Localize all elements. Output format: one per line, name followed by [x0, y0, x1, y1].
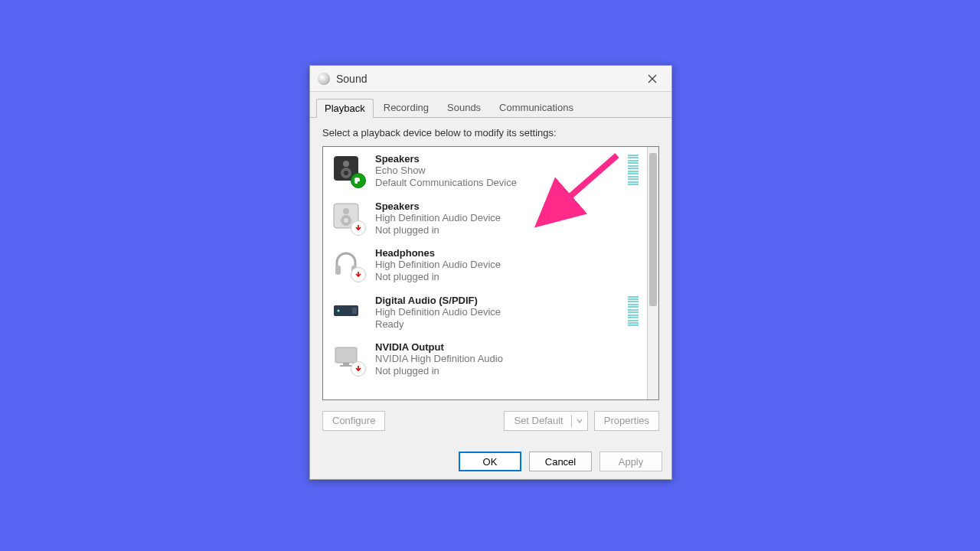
device-status: Ready: [375, 318, 501, 331]
action-row: Configure Set Default Properties: [322, 411, 659, 431]
split-divider: [571, 415, 572, 427]
ok-button[interactable]: OK: [459, 452, 521, 471]
scrollbar-thumb[interactable]: [649, 153, 657, 306]
cancel-button[interactable]: Cancel: [529, 452, 592, 471]
svg-rect-11: [352, 308, 357, 314]
device-name: NVIDIA Output: [375, 341, 503, 353]
svg-point-1: [343, 161, 349, 167]
tab-body: Select a playback device below to modify…: [310, 118, 671, 431]
status-unplugged-icon: [351, 220, 366, 236]
svg-point-12: [338, 309, 340, 311]
status-ok-icon: [351, 173, 366, 188]
tab-sounds[interactable]: Sounds: [439, 98, 489, 117]
device-status: Not plugged in: [375, 271, 501, 283]
device-status: Default Communications Device: [375, 177, 517, 189]
titlebar: Sound: [310, 66, 671, 92]
device-name: Headphones: [375, 247, 501, 259]
svg-point-7: [344, 218, 348, 223]
tab-communications[interactable]: Communications: [491, 98, 582, 117]
sound-dialog: Sound Playback Recording Sounds Communic…: [309, 65, 672, 480]
device-icon: [331, 247, 361, 278]
device-icon: [331, 341, 361, 372]
device-row[interactable]: SpeakersHigh Definition Audio DeviceNot …: [323, 194, 648, 242]
device-text: NVIDIA OutputNVIDIA High Definition Audi…: [375, 341, 503, 378]
device-name: Speakers: [375, 153, 517, 165]
device-status: Not plugged in: [375, 224, 501, 236]
device-text: SpeakersEcho ShowDefault Communications …: [375, 153, 517, 190]
device-row[interactable]: HeadphonesHigh Definition Audio DeviceNo…: [323, 241, 648, 289]
svg-rect-13: [335, 347, 357, 363]
device-description: Echo Show: [375, 165, 517, 177]
volume-meter: [628, 155, 639, 185]
sound-icon: [318, 73, 330, 85]
scrollbar[interactable]: [647, 147, 658, 399]
device-status: Not plugged in: [375, 365, 503, 377]
properties-button[interactable]: Properties: [594, 411, 659, 431]
device-icon: [331, 295, 361, 325]
apply-button[interactable]: Apply: [599, 452, 662, 471]
chevron-down-icon: [577, 418, 583, 424]
volume-meter: [628, 296, 639, 327]
status-unplugged-icon: [351, 267, 366, 282]
device-icon: [331, 201, 361, 231]
device-text: HeadphonesHigh Definition Audio DeviceNo…: [375, 247, 501, 284]
device-description: NVIDIA High Definition Audio: [375, 353, 503, 365]
device-name: Digital Audio (S/PDIF): [375, 295, 501, 306]
svg-point-3: [344, 171, 348, 175]
close-icon: [648, 74, 657, 83]
tab-recording[interactable]: Recording: [375, 98, 437, 117]
device-name: Speakers: [375, 201, 501, 212]
device-description: High Definition Audio Device: [375, 212, 501, 224]
svg-rect-14: [343, 363, 349, 365]
device-icon: [331, 153, 361, 184]
configure-button[interactable]: Configure: [322, 411, 385, 431]
device-list-inner: SpeakersEcho ShowDefault Communications …: [323, 147, 648, 399]
dialog-footer: OK Cancel Apply: [310, 444, 671, 479]
device-list: SpeakersEcho ShowDefault Communications …: [322, 146, 659, 400]
device-row[interactable]: NVIDIA OutputNVIDIA High Definition Audi…: [323, 335, 648, 383]
status-unplugged-icon: [351, 361, 366, 377]
close-button[interactable]: [638, 70, 667, 88]
set-default-button[interactable]: Set Default: [504, 411, 587, 431]
set-default-label: Set Default: [514, 414, 563, 428]
device-row[interactable]: Digital Audio (S/PDIF)High Definition Au…: [323, 289, 648, 336]
device-row[interactable]: SpeakersEcho ShowDefault Communications …: [323, 147, 648, 194]
tab-playback[interactable]: Playback: [316, 99, 374, 118]
device-text: SpeakersHigh Definition Audio DeviceNot …: [375, 201, 501, 237]
device-text: Digital Audio (S/PDIF)High Definition Au…: [375, 295, 501, 331]
tab-strip: Playback Recording Sounds Communications: [310, 92, 671, 118]
svg-point-5: [343, 208, 349, 214]
instruction-text: Select a playback device below to modify…: [322, 127, 659, 139]
device-description: High Definition Audio Device: [375, 306, 501, 318]
device-description: High Definition Audio Device: [375, 259, 501, 271]
dialog-title: Sound: [336, 73, 638, 85]
svg-rect-8: [335, 266, 341, 275]
